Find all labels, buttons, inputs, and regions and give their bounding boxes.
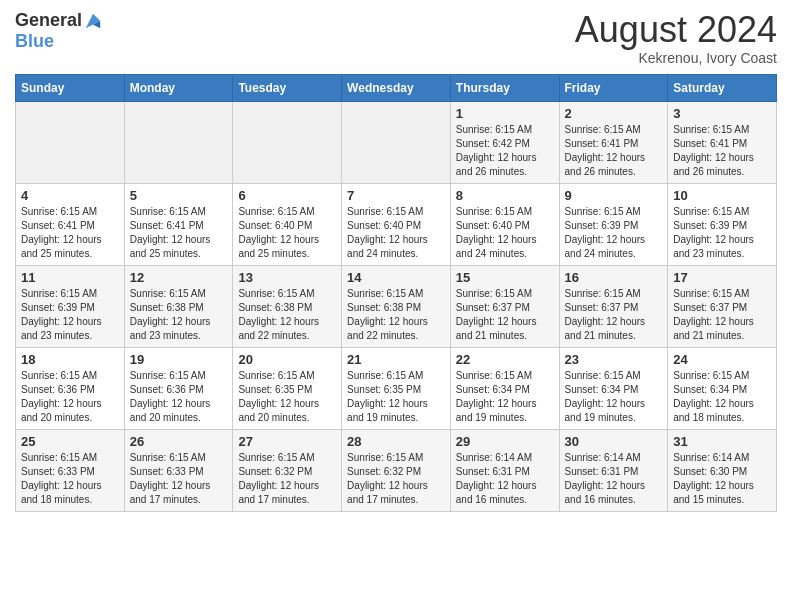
day-header-saturday: Saturday: [668, 74, 777, 101]
calendar-cell: 5Sunrise: 6:15 AM Sunset: 6:41 PM Daylig…: [124, 183, 233, 265]
day-header-monday: Monday: [124, 74, 233, 101]
subtitle: Kekrenou, Ivory Coast: [575, 50, 777, 66]
header: General Blue August 2024 Kekrenou, Ivory…: [15, 10, 777, 66]
cell-info: Sunrise: 6:14 AM Sunset: 6:31 PM Dayligh…: [456, 451, 554, 507]
cell-day-number: 17: [673, 270, 771, 285]
title-block: August 2024 Kekrenou, Ivory Coast: [575, 10, 777, 66]
cell-day-number: 4: [21, 188, 119, 203]
calendar-table: SundayMondayTuesdayWednesdayThursdayFrid…: [15, 74, 777, 512]
cell-day-number: 12: [130, 270, 228, 285]
cell-day-number: 11: [21, 270, 119, 285]
day-header-thursday: Thursday: [450, 74, 559, 101]
calendar-week-1: 4Sunrise: 6:15 AM Sunset: 6:41 PM Daylig…: [16, 183, 777, 265]
day-header-wednesday: Wednesday: [342, 74, 451, 101]
logo-icon: [84, 12, 102, 30]
page: General Blue August 2024 Kekrenou, Ivory…: [0, 0, 792, 612]
cell-info: Sunrise: 6:14 AM Sunset: 6:31 PM Dayligh…: [565, 451, 663, 507]
calendar-cell: 10Sunrise: 6:15 AM Sunset: 6:39 PM Dayli…: [668, 183, 777, 265]
calendar-cell: 8Sunrise: 6:15 AM Sunset: 6:40 PM Daylig…: [450, 183, 559, 265]
calendar-cell: 22Sunrise: 6:15 AM Sunset: 6:34 PM Dayli…: [450, 347, 559, 429]
cell-info: Sunrise: 6:15 AM Sunset: 6:35 PM Dayligh…: [238, 369, 336, 425]
cell-day-number: 18: [21, 352, 119, 367]
calendar-cell: 3Sunrise: 6:15 AM Sunset: 6:41 PM Daylig…: [668, 101, 777, 183]
cell-day-number: 8: [456, 188, 554, 203]
calendar-cell: 27Sunrise: 6:15 AM Sunset: 6:32 PM Dayli…: [233, 429, 342, 511]
calendar-cell: 24Sunrise: 6:15 AM Sunset: 6:34 PM Dayli…: [668, 347, 777, 429]
calendar-cell: 18Sunrise: 6:15 AM Sunset: 6:36 PM Dayli…: [16, 347, 125, 429]
cell-info: Sunrise: 6:15 AM Sunset: 6:38 PM Dayligh…: [130, 287, 228, 343]
logo-blue: Blue: [15, 31, 54, 51]
cell-info: Sunrise: 6:15 AM Sunset: 6:39 PM Dayligh…: [21, 287, 119, 343]
cell-info: Sunrise: 6:15 AM Sunset: 6:32 PM Dayligh…: [238, 451, 336, 507]
cell-day-number: 30: [565, 434, 663, 449]
cell-info: Sunrise: 6:14 AM Sunset: 6:30 PM Dayligh…: [673, 451, 771, 507]
cell-info: Sunrise: 6:15 AM Sunset: 6:36 PM Dayligh…: [21, 369, 119, 425]
calendar-cell: 13Sunrise: 6:15 AM Sunset: 6:38 PM Dayli…: [233, 265, 342, 347]
cell-day-number: 23: [565, 352, 663, 367]
cell-day-number: 13: [238, 270, 336, 285]
cell-day-number: 21: [347, 352, 445, 367]
logo-general: General: [15, 10, 82, 31]
cell-day-number: 15: [456, 270, 554, 285]
logo-text: General: [15, 10, 102, 31]
calendar-cell: 19Sunrise: 6:15 AM Sunset: 6:36 PM Dayli…: [124, 347, 233, 429]
cell-info: Sunrise: 6:15 AM Sunset: 6:32 PM Dayligh…: [347, 451, 445, 507]
cell-info: Sunrise: 6:15 AM Sunset: 6:33 PM Dayligh…: [130, 451, 228, 507]
calendar-week-3: 18Sunrise: 6:15 AM Sunset: 6:36 PM Dayli…: [16, 347, 777, 429]
calendar-cell: 20Sunrise: 6:15 AM Sunset: 6:35 PM Dayli…: [233, 347, 342, 429]
cell-day-number: 27: [238, 434, 336, 449]
calendar-header-row: SundayMondayTuesdayWednesdayThursdayFrid…: [16, 74, 777, 101]
cell-info: Sunrise: 6:15 AM Sunset: 6:40 PM Dayligh…: [238, 205, 336, 261]
calendar-cell: 21Sunrise: 6:15 AM Sunset: 6:35 PM Dayli…: [342, 347, 451, 429]
cell-info: Sunrise: 6:15 AM Sunset: 6:39 PM Dayligh…: [673, 205, 771, 261]
cell-info: Sunrise: 6:15 AM Sunset: 6:35 PM Dayligh…: [347, 369, 445, 425]
cell-day-number: 7: [347, 188, 445, 203]
calendar-cell: 17Sunrise: 6:15 AM Sunset: 6:37 PM Dayli…: [668, 265, 777, 347]
cell-info: Sunrise: 6:15 AM Sunset: 6:37 PM Dayligh…: [673, 287, 771, 343]
logo: General Blue: [15, 10, 102, 52]
cell-day-number: 19: [130, 352, 228, 367]
cell-day-number: 31: [673, 434, 771, 449]
calendar-cell: 9Sunrise: 6:15 AM Sunset: 6:39 PM Daylig…: [559, 183, 668, 265]
calendar-cell: 2Sunrise: 6:15 AM Sunset: 6:41 PM Daylig…: [559, 101, 668, 183]
calendar-cell: 15Sunrise: 6:15 AM Sunset: 6:37 PM Dayli…: [450, 265, 559, 347]
cell-day-number: 24: [673, 352, 771, 367]
cell-day-number: 28: [347, 434, 445, 449]
calendar-cell: [342, 101, 451, 183]
cell-day-number: 29: [456, 434, 554, 449]
calendar-cell: 4Sunrise: 6:15 AM Sunset: 6:41 PM Daylig…: [16, 183, 125, 265]
cell-day-number: 2: [565, 106, 663, 121]
calendar-cell: 31Sunrise: 6:14 AM Sunset: 6:30 PM Dayli…: [668, 429, 777, 511]
cell-info: Sunrise: 6:15 AM Sunset: 6:40 PM Dayligh…: [347, 205, 445, 261]
cell-day-number: 26: [130, 434, 228, 449]
cell-info: Sunrise: 6:15 AM Sunset: 6:38 PM Dayligh…: [347, 287, 445, 343]
calendar-cell: 30Sunrise: 6:14 AM Sunset: 6:31 PM Dayli…: [559, 429, 668, 511]
cell-info: Sunrise: 6:15 AM Sunset: 6:38 PM Dayligh…: [238, 287, 336, 343]
calendar-week-0: 1Sunrise: 6:15 AM Sunset: 6:42 PM Daylig…: [16, 101, 777, 183]
cell-info: Sunrise: 6:15 AM Sunset: 6:41 PM Dayligh…: [565, 123, 663, 179]
cell-day-number: 16: [565, 270, 663, 285]
calendar-cell: 26Sunrise: 6:15 AM Sunset: 6:33 PM Dayli…: [124, 429, 233, 511]
day-header-friday: Friday: [559, 74, 668, 101]
cell-day-number: 20: [238, 352, 336, 367]
cell-day-number: 5: [130, 188, 228, 203]
cell-info: Sunrise: 6:15 AM Sunset: 6:33 PM Dayligh…: [21, 451, 119, 507]
calendar-cell: [16, 101, 125, 183]
day-header-tuesday: Tuesday: [233, 74, 342, 101]
calendar-cell: 1Sunrise: 6:15 AM Sunset: 6:42 PM Daylig…: [450, 101, 559, 183]
cell-day-number: 3: [673, 106, 771, 121]
cell-day-number: 10: [673, 188, 771, 203]
cell-day-number: 1: [456, 106, 554, 121]
calendar-cell: [124, 101, 233, 183]
cell-info: Sunrise: 6:15 AM Sunset: 6:34 PM Dayligh…: [565, 369, 663, 425]
calendar-cell: 6Sunrise: 6:15 AM Sunset: 6:40 PM Daylig…: [233, 183, 342, 265]
calendar-cell: 23Sunrise: 6:15 AM Sunset: 6:34 PM Dayli…: [559, 347, 668, 429]
calendar-cell: 12Sunrise: 6:15 AM Sunset: 6:38 PM Dayli…: [124, 265, 233, 347]
cell-day-number: 6: [238, 188, 336, 203]
calendar-cell: [233, 101, 342, 183]
cell-day-number: 22: [456, 352, 554, 367]
calendar-cell: 16Sunrise: 6:15 AM Sunset: 6:37 PM Dayli…: [559, 265, 668, 347]
logo-blue-text: Blue: [15, 31, 54, 52]
cell-info: Sunrise: 6:15 AM Sunset: 6:40 PM Dayligh…: [456, 205, 554, 261]
day-header-sunday: Sunday: [16, 74, 125, 101]
